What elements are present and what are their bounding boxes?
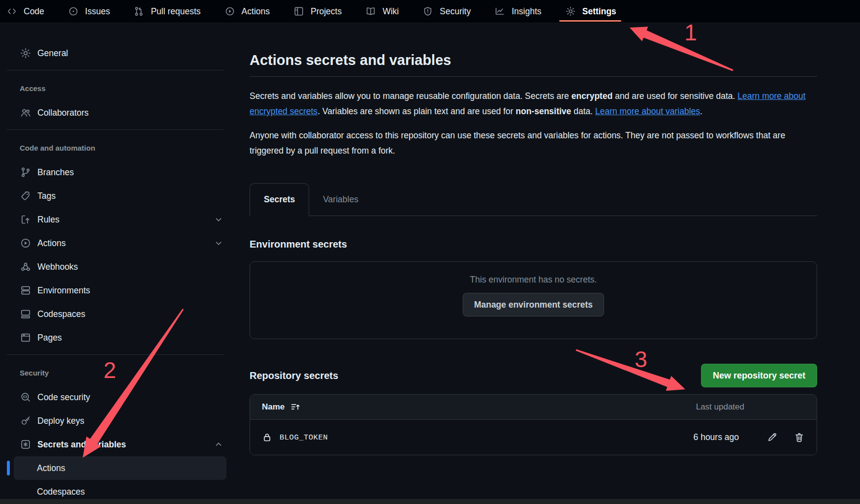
sidebar-item-label: Rules: [37, 215, 60, 225]
tab-label: Variables: [323, 194, 358, 205]
new-repository-secret-button[interactable]: New repository secret: [701, 364, 817, 387]
edit-secret-button[interactable]: [766, 432, 778, 443]
tab-settings[interactable]: Settings: [565, 0, 616, 23]
sidebar-item-collaborators[interactable]: Collaborators: [0, 101, 231, 125]
empty-state-message: This environment has no secrets.: [470, 275, 597, 285]
manage-environment-secrets-button[interactable]: Manage environment secrets: [463, 293, 604, 316]
tab-label: Code: [24, 6, 44, 17]
sidebar-item-label: Codespaces: [37, 309, 85, 319]
github-settings-page: Code Issues Pull requests Actions Projec…: [0, 0, 860, 504]
graph-icon: [494, 6, 505, 17]
sidebar-item-label: Pages: [37, 333, 62, 343]
shield-icon: [422, 6, 433, 17]
settings-sidebar: General Access Collaborators Code and au…: [0, 23, 231, 504]
rules-icon: [20, 214, 32, 225]
sidebar-item-pages[interactable]: Pages: [0, 326, 231, 349]
divider: [250, 76, 817, 77]
tag-icon: [20, 190, 32, 202]
tab-code[interactable]: Code: [6, 0, 44, 23]
secrets-icon: [20, 439, 32, 450]
tab-label: Issues: [85, 6, 110, 17]
tab-label: Wiki: [382, 6, 399, 17]
sidebar-item-rules[interactable]: Rules: [0, 208, 231, 231]
table-row: BLOG_TOKEN 6 hours ago: [250, 420, 817, 455]
repository-secrets-header-row: Repository secrets New repository secret: [250, 364, 817, 387]
sidebar-item-code-security[interactable]: Code security: [0, 385, 231, 409]
issue-icon: [68, 6, 79, 17]
tab-security[interactable]: Security: [422, 0, 471, 23]
tab-wiki[interactable]: Wiki: [365, 0, 399, 23]
text-segment: non-sensitive: [516, 106, 572, 116]
divider: [7, 354, 223, 355]
divider: [7, 70, 223, 70]
tab-issues[interactable]: Issues: [68, 0, 110, 23]
tab-variables[interactable]: Variables: [309, 183, 372, 216]
sidebar-item-label: Webhooks: [37, 262, 78, 272]
sidebar-item-branches[interactable]: Branches: [0, 160, 231, 184]
key-icon: [20, 415, 32, 427]
inline-link[interactable]: Learn more about variables: [595, 106, 700, 116]
sidebar-item-general[interactable]: General: [0, 41, 231, 65]
collaborator-note: Anyone with collaborator access to this …: [250, 128, 817, 158]
tab-label: Secrets: [264, 194, 295, 205]
settings-content: Actions secrets and variables Secrets an…: [250, 23, 817, 455]
tab-projects[interactable]: Projects: [293, 0, 342, 23]
sidebar-section-access: Access: [20, 84, 223, 94]
tab-insights[interactable]: Insights: [494, 0, 541, 23]
text-segment: data.: [571, 106, 595, 116]
projects-icon: [293, 6, 304, 17]
sidebar-item-label: Secrets and variables: [37, 440, 126, 450]
column-header-name[interactable]: Name: [262, 402, 285, 412]
code-scan-icon: [20, 391, 32, 403]
play-circle-icon: [20, 237, 32, 249]
sidebar-item-label: General: [37, 48, 68, 59]
sidebar-item-label: Deploy keys: [37, 416, 84, 426]
sidebar-item-deploy-keys[interactable]: Deploy keys: [0, 409, 231, 433]
text-segment: .: [700, 106, 702, 116]
sidebar-item-codespaces[interactable]: Codespaces: [0, 302, 231, 326]
chevron-down-icon: [214, 215, 223, 224]
secret-last-updated: 6 hours ago: [694, 432, 739, 442]
chevron-down-icon: [214, 238, 223, 248]
chevron-up-icon: [214, 440, 223, 449]
text-segment: Secrets and variables allow you to manag…: [250, 91, 572, 101]
sidebar-subitem-actions[interactable]: Actions: [14, 456, 226, 480]
tab-actions[interactable]: Actions: [224, 0, 270, 23]
sidebar-item-environments[interactable]: Environments: [0, 279, 231, 302]
table-header-row: Name Last updated: [250, 395, 817, 420]
tab-secrets[interactable]: Secrets: [250, 183, 309, 216]
sidebar-item-label: Tags: [37, 191, 56, 201]
environment-secrets-heading: Environment secrets: [250, 238, 817, 251]
sidebar-section-security: Security: [20, 368, 223, 378]
page-title: Actions secrets and variables: [250, 51, 817, 69]
pull-request-icon: [133, 6, 144, 17]
sidebar-item-actions[interactable]: Actions: [0, 231, 231, 255]
sidebar-item-label: Branches: [37, 167, 74, 178]
delete-secret-button[interactable]: [794, 432, 805, 443]
sidebar-item-webhooks[interactable]: Webhooks: [0, 255, 231, 279]
sidebar-item-secrets-and-variables[interactable]: Secrets and variables: [0, 433, 231, 456]
sidebar-item-label: Code security: [37, 392, 90, 403]
text-segment: . Variables are shown as plain text and …: [318, 106, 515, 116]
tab-label: Actions: [242, 6, 270, 17]
gear-icon: [565, 6, 576, 17]
sidebar-subitem-label: Codespaces: [37, 487, 85, 497]
repository-secrets-table: Name Last updated BLOG_TOKEN 6 hours ago: [250, 394, 817, 455]
tab-label: Projects: [311, 6, 342, 17]
sidebar-item-tags[interactable]: Tags: [0, 184, 231, 208]
tab-pull-requests[interactable]: Pull requests: [133, 0, 200, 23]
sort-ascending-icon[interactable]: [290, 402, 301, 412]
secret-name: BLOG_TOKEN: [280, 433, 328, 442]
branch-icon: [20, 166, 32, 178]
play-circle-icon: [224, 6, 235, 17]
codespaces-icon: [20, 308, 32, 320]
text-segment: and are used for sensitive data.: [612, 91, 737, 101]
sidebar-item-label: Collaborators: [37, 108, 89, 118]
people-icon: [20, 107, 32, 119]
code-icon: [6, 6, 17, 17]
sidebar-section-code-automation: Code and automation: [20, 143, 223, 153]
gear-icon: [20, 47, 32, 59]
lock-icon: [262, 432, 272, 442]
sidebar-item-label: Actions: [37, 238, 65, 249]
tab-label: Security: [440, 6, 471, 17]
